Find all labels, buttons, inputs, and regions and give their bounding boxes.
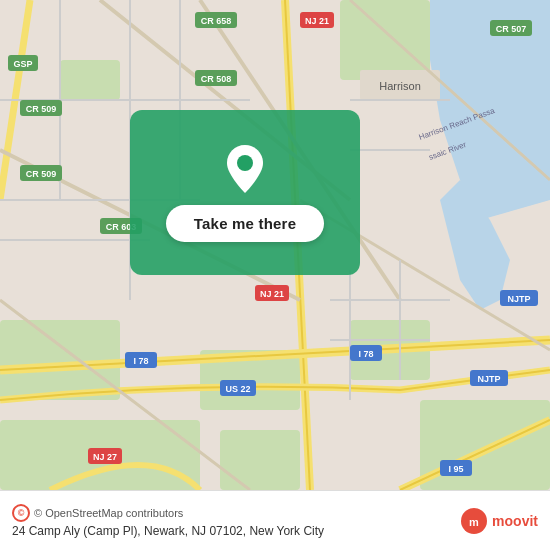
moovit-brand-text: moovit xyxy=(492,513,538,529)
svg-text:NJ 21: NJ 21 xyxy=(260,289,284,299)
svg-text:NJTP: NJTP xyxy=(477,374,500,384)
map-pin-icon xyxy=(223,143,267,195)
svg-text:CR 507: CR 507 xyxy=(496,24,527,34)
svg-rect-9 xyxy=(220,430,300,490)
svg-rect-10 xyxy=(420,400,550,490)
svg-text:CR 508: CR 508 xyxy=(201,74,232,84)
address-text: 24 Camp Aly (Camp Pl), Newark, NJ 07102,… xyxy=(12,524,324,538)
svg-text:GSP: GSP xyxy=(13,59,32,69)
svg-text:NJ 27: NJ 27 xyxy=(93,452,117,462)
svg-text:m: m xyxy=(469,516,479,528)
svg-text:I 78: I 78 xyxy=(133,356,148,366)
svg-text:Harrison: Harrison xyxy=(379,80,421,92)
svg-text:I 78: I 78 xyxy=(358,349,373,359)
svg-point-71 xyxy=(237,155,253,171)
moovit-logo: m moovit xyxy=(460,507,538,535)
svg-text:NJTP: NJTP xyxy=(507,294,530,304)
osm-attribution: © © OpenStreetMap contributors xyxy=(12,504,452,522)
osm-logo: © xyxy=(12,504,30,522)
take-me-there-button[interactable]: Take me there xyxy=(166,205,324,242)
bottom-bar: © © OpenStreetMap contributors 24 Camp A… xyxy=(0,490,550,550)
location-panel: Take me there xyxy=(130,110,360,275)
svg-text:CR 509: CR 509 xyxy=(26,104,57,114)
osm-contributors-text: © OpenStreetMap contributors xyxy=(34,507,183,519)
svg-text:NJ 21: NJ 21 xyxy=(305,16,329,26)
address-line: 24 Camp Aly (Camp Pl), Newark, NJ 07102,… xyxy=(12,524,452,538)
svg-text:I 95: I 95 xyxy=(448,464,463,474)
svg-text:CR 658: CR 658 xyxy=(201,16,232,26)
moovit-icon: m xyxy=(460,507,488,535)
map-container: Harrison xyxy=(0,0,550,490)
svg-text:CR 509: CR 509 xyxy=(26,169,57,179)
svg-rect-3 xyxy=(340,0,430,80)
svg-rect-6 xyxy=(60,60,120,100)
svg-text:US 22: US 22 xyxy=(225,384,250,394)
